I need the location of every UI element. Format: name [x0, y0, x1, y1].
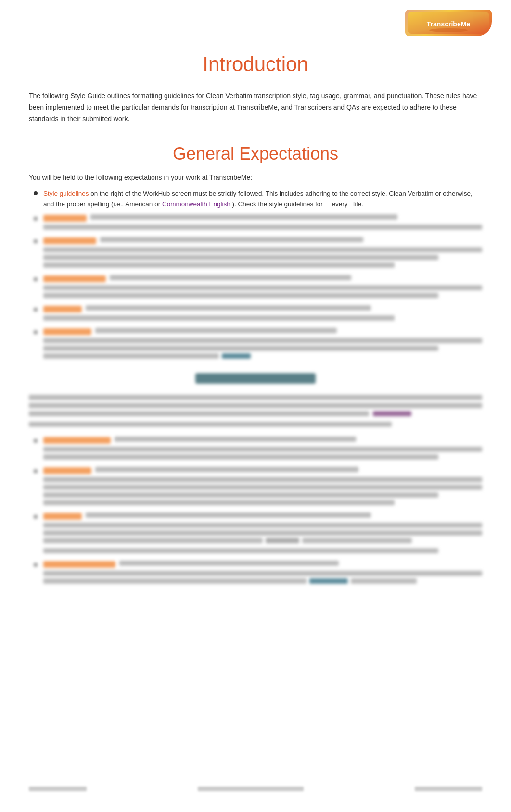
- s2-bullet-4: [34, 561, 482, 586]
- s2-bullet-3: [34, 512, 482, 556]
- bullet-item-4: [34, 275, 482, 300]
- svg-text:TranscribeMe: TranscribeMe: [427, 20, 470, 28]
- logo-area: TranscribeMe: [405, 10, 492, 36]
- general-expectations-title: General Expectations: [29, 144, 482, 164]
- bullet-item-1: Style guidelines on the right of the Wor…: [34, 188, 482, 209]
- s2-bullet-1: [34, 437, 482, 462]
- main-content: Introduction The following Style Guide o…: [29, 53, 482, 586]
- s2-bullet-2: [34, 467, 482, 508]
- difficult-audio-header: [29, 373, 482, 385]
- logo-image: TranscribeMe: [405, 10, 492, 36]
- bullet-dot-1: [34, 191, 38, 195]
- footer-left: [29, 785, 87, 793]
- bullet-item-2: [34, 214, 482, 232]
- footer: [29, 785, 482, 793]
- intro-paragraph: The following Style Guide outlines forma…: [29, 90, 482, 125]
- svg-point-2: [429, 28, 468, 32]
- expectations-list: Style guidelines on the right of the Wor…: [29, 188, 482, 361]
- bullet-item-3: [34, 237, 482, 270]
- section2-intro: [29, 395, 482, 427]
- footer-right: [415, 785, 482, 793]
- page-container: TranscribeMe Introduction The following …: [0, 0, 511, 812]
- commonwealth-link[interactable]: Commonwealth English: [162, 200, 230, 208]
- page-title: Introduction: [29, 53, 482, 76]
- bullet-1-content: Style guidelines on the right of the Wor…: [43, 188, 482, 209]
- bullet-item-6: [34, 328, 482, 361]
- style-guidelines-link[interactable]: Style guidelines: [43, 190, 89, 197]
- bullet-1-end: ). Check the style guidelines for every …: [232, 200, 363, 208]
- bullet-item-5: [34, 305, 482, 323]
- expectations-subtitle: You will be held to the following expect…: [29, 174, 482, 181]
- section2-list: [29, 437, 482, 586]
- footer-center: [198, 785, 304, 793]
